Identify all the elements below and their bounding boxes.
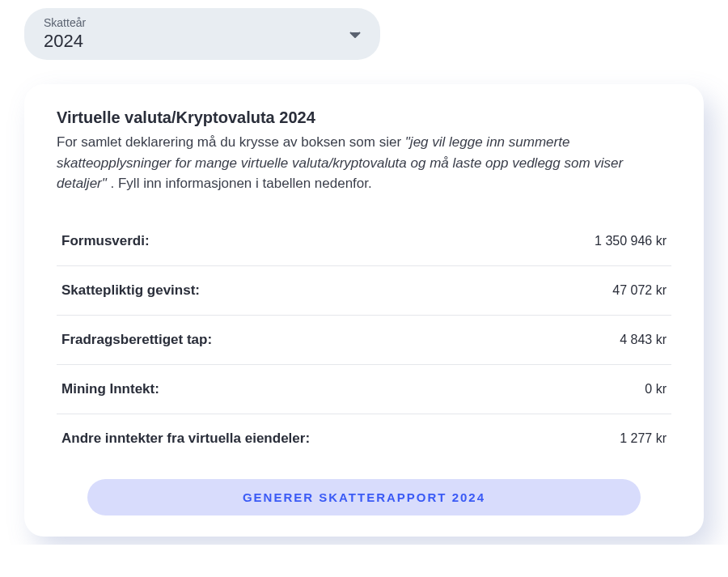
tax-row-formusverdi: Formusverdi: 1 350 946 kr xyxy=(57,217,671,266)
tax-year-value: 2024 xyxy=(44,31,86,52)
tax-year-selector[interactable]: Skatteår 2024 xyxy=(24,8,380,60)
tax-row-value: 47 072 kr xyxy=(612,283,667,298)
tax-row-label: Fradragsberettiget tap: xyxy=(61,332,212,348)
tax-year-label: Skatteår xyxy=(44,16,86,29)
chevron-down-icon xyxy=(349,27,361,41)
tax-summary-card: Virtuelle valuta/Kryptovaluta 2024 For s… xyxy=(24,84,704,537)
tax-row-mining: Mining Inntekt: 0 kr xyxy=(57,365,671,414)
tax-year-content: Skatteår 2024 xyxy=(44,16,86,52)
card-title: Virtuelle valuta/Kryptovaluta 2024 xyxy=(57,108,671,127)
tax-row-andre: Andre inntekter fra virtuella eiendeler:… xyxy=(57,414,671,463)
tax-row-value: 0 kr xyxy=(645,382,667,397)
tax-row-gevinst: Skattepliktig gevinst: 47 072 kr xyxy=(57,266,671,316)
tax-row-tap: Fradragsberettiget tap: 4 843 kr xyxy=(57,316,671,365)
tax-row-label: Andre inntekter fra virtuella eiendeler: xyxy=(61,431,310,447)
tax-row-value: 1 277 kr xyxy=(620,431,667,446)
description-pre: For samlet deklarering må du krysse av b… xyxy=(57,134,405,150)
generate-report-button[interactable]: GENERER SKATTERAPPORT 2024 xyxy=(87,479,641,515)
tax-row-label: Formusverdi: xyxy=(61,233,150,249)
tax-row-value: 4 843 kr xyxy=(620,333,667,347)
tax-row-label: Mining Inntekt: xyxy=(61,381,159,397)
tax-row-label: Skattepliktig gevinst: xyxy=(61,282,200,299)
card-description: For samlet deklarering må du krysse av b… xyxy=(57,132,671,194)
tax-row-value: 1 350 946 kr xyxy=(595,234,667,248)
tax-rows-container: Formusverdi: 1 350 946 kr Skattepliktig … xyxy=(57,217,671,463)
description-post: . Fyll inn informasjonen i tabellen nede… xyxy=(107,176,372,191)
